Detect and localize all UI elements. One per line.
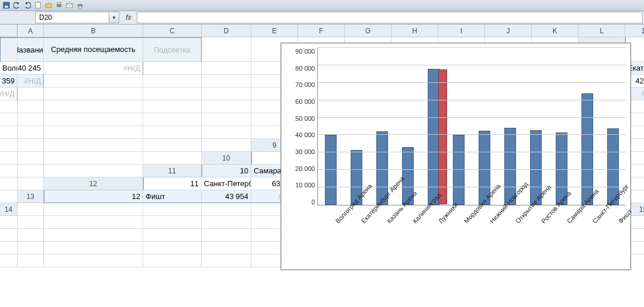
cell[interactable] xyxy=(0,254,18,267)
cell[interactable] xyxy=(44,100,143,113)
cell[interactable] xyxy=(0,190,18,203)
cell[interactable] xyxy=(44,75,143,88)
cell[interactable] xyxy=(143,139,202,152)
cell[interactable] xyxy=(143,229,202,242)
cell[interactable] xyxy=(0,229,18,242)
cell[interactable] xyxy=(202,126,251,139)
cell[interactable] xyxy=(18,254,44,267)
cell[interactable] xyxy=(44,216,143,229)
cell[interactable] xyxy=(143,242,202,254)
column-header[interactable]: I xyxy=(438,25,485,37)
table-header-name[interactable]: Название xyxy=(18,37,44,62)
cell-highlight[interactable]: #Н/Д xyxy=(18,75,44,88)
cell-index[interactable]: 11 xyxy=(143,177,202,190)
cell[interactable] xyxy=(44,152,143,165)
column-header[interactable]: D xyxy=(202,25,251,37)
cell[interactable] xyxy=(18,242,44,254)
cell[interactable] xyxy=(44,203,143,216)
new-icon[interactable] xyxy=(34,1,42,9)
cell-avg[interactable]: 31 359 xyxy=(0,75,18,88)
cell-name[interactable]: Фишт xyxy=(143,190,202,203)
cell[interactable] xyxy=(44,139,143,152)
print-icon[interactable] xyxy=(55,1,63,9)
cell[interactable] xyxy=(44,88,143,100)
open-icon[interactable] xyxy=(44,1,53,9)
cell[interactable] xyxy=(0,126,18,139)
cell[interactable] xyxy=(143,126,202,139)
row-header[interactable]: 11 xyxy=(143,165,202,177)
cell-avg[interactable]: 43 954 xyxy=(202,190,251,203)
cell[interactable] xyxy=(44,229,143,242)
cell[interactable] xyxy=(202,37,251,62)
cell[interactable] xyxy=(202,229,251,242)
cell[interactable] xyxy=(143,88,202,100)
redo-icon[interactable] xyxy=(23,1,32,9)
cell[interactable] xyxy=(44,254,143,267)
cell-index[interactable]: 10 xyxy=(202,165,251,177)
cell[interactable] xyxy=(18,126,44,139)
cell-name[interactable]: Волгоград Арена xyxy=(0,62,18,75)
cell[interactable] xyxy=(202,62,251,75)
cell[interactable] xyxy=(0,100,18,113)
cell[interactable] xyxy=(0,165,18,177)
cell[interactable] xyxy=(143,203,202,216)
column-header[interactable]: A xyxy=(18,25,44,37)
cell[interactable] xyxy=(202,139,251,152)
row-header[interactable]: 12 xyxy=(44,177,143,190)
cell[interactable] xyxy=(18,216,44,229)
name-box[interactable]: D20 ▼ xyxy=(35,12,119,23)
cell[interactable] xyxy=(143,254,202,267)
cell[interactable] xyxy=(202,242,251,254)
column-header[interactable]: J xyxy=(485,25,532,37)
cell[interactable] xyxy=(18,165,44,177)
cell-index[interactable]: 12 xyxy=(44,190,143,203)
cell[interactable] xyxy=(143,113,202,126)
cell[interactable] xyxy=(0,152,18,165)
cell-name[interactable]: Санкт-Петербург xyxy=(202,177,251,190)
chart[interactable]: 90 00080 00070 00060 00050 00040 00030 0… xyxy=(281,43,631,270)
cell[interactable] xyxy=(0,37,18,62)
cell[interactable] xyxy=(0,216,18,229)
cell[interactable] xyxy=(202,254,251,267)
column-header[interactable]: E xyxy=(251,25,298,37)
table-header-avg[interactable]: Средняя посещаемость xyxy=(44,37,143,62)
formula-input[interactable] xyxy=(137,12,643,23)
select-all-corner[interactable] xyxy=(0,25,18,37)
cell[interactable] xyxy=(44,126,143,139)
cell-highlight[interactable]: #Н/Д xyxy=(44,62,143,75)
row-header[interactable]: 10 xyxy=(202,152,251,165)
column-header[interactable]: B xyxy=(44,25,143,37)
cell[interactable] xyxy=(202,113,251,126)
fx-icon[interactable]: fx xyxy=(120,12,137,23)
table-header-highlight[interactable]: Подсветка xyxy=(143,37,202,62)
cell[interactable] xyxy=(143,216,202,229)
cell[interactable] xyxy=(44,165,143,177)
cell[interactable] xyxy=(18,203,44,216)
chevron-down-icon[interactable]: ▼ xyxy=(109,12,119,23)
column-header[interactable]: L xyxy=(579,25,625,37)
cell[interactable] xyxy=(0,242,18,254)
column-header[interactable]: H xyxy=(392,25,438,37)
cell[interactable] xyxy=(202,203,251,216)
cell[interactable] xyxy=(202,100,251,113)
cell[interactable] xyxy=(18,177,44,190)
cell[interactable] xyxy=(0,113,18,126)
cell-avg[interactable]: 40 245 xyxy=(18,62,44,75)
cell[interactable] xyxy=(44,113,143,126)
cell[interactable] xyxy=(202,88,251,100)
cell[interactable] xyxy=(202,216,251,229)
email-icon[interactable] xyxy=(65,1,74,9)
cell[interactable] xyxy=(18,113,44,126)
cell[interactable] xyxy=(18,229,44,242)
cell[interactable] xyxy=(18,88,44,100)
cell[interactable] xyxy=(143,152,202,165)
undo-icon[interactable] xyxy=(13,1,21,9)
save-icon[interactable] xyxy=(2,1,11,9)
cell[interactable] xyxy=(0,139,18,152)
row-header[interactable]: 13 xyxy=(18,190,44,203)
cell[interactable] xyxy=(18,100,44,113)
cell[interactable] xyxy=(18,139,44,152)
column-header[interactable]: F xyxy=(298,25,345,37)
column-header[interactable]: C xyxy=(143,25,202,37)
row-header[interactable]: 14 xyxy=(0,203,18,216)
